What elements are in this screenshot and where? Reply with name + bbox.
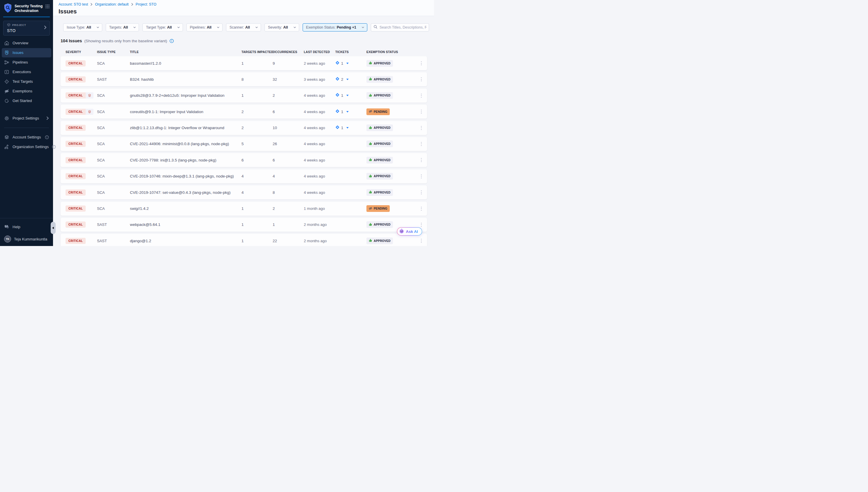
app-title: Security Testing Orchestration xyxy=(15,3,43,14)
sidebar-item-pipelines[interactable]: Pipelines xyxy=(2,58,51,67)
ticket-dropdown-caret[interactable] xyxy=(346,95,349,96)
row-menu-kebab[interactable] xyxy=(420,157,423,163)
row-menu-kebab[interactable] xyxy=(420,108,423,115)
filter-pipelines[interactable]: Pipelines:All xyxy=(186,23,222,31)
breadcrumb-link[interactable]: Organization: default xyxy=(95,2,128,6)
sidebar-item-project-settings[interactable]: Project Settings xyxy=(2,114,51,123)
exemption-status-badge: APPROVED xyxy=(366,173,393,179)
avatar: TK xyxy=(4,236,11,243)
jira-ticket-icon[interactable] xyxy=(335,93,340,98)
filter-target-type[interactable]: Target Type:All xyxy=(142,23,183,31)
sidebar-item-exemptions[interactable]: Exemptions xyxy=(2,87,51,96)
last-detected: 3 weeks ago xyxy=(304,77,335,82)
page-header: Account: STO testOrganization: defaultPr… xyxy=(53,0,434,16)
sidebar-divider xyxy=(4,128,49,128)
severity-badge: CRITICAL xyxy=(65,109,94,115)
help-button[interactable]: ? Help xyxy=(2,222,51,231)
row-menu-kebab[interactable] xyxy=(420,76,423,82)
row-menu-kebab[interactable] xyxy=(420,238,423,244)
issue-type: SAST xyxy=(97,239,130,243)
severity-badge: CRITICAL xyxy=(65,125,86,131)
table-row[interactable]: CRITICAL SAST django@1.2 1 22 2 months a… xyxy=(60,234,427,246)
targets-impacted: 1 xyxy=(241,222,273,227)
breadcrumb-link[interactable]: Project: STO xyxy=(136,2,156,6)
ask-ai-label: Ask AI xyxy=(406,229,418,234)
targets-impacted: 2 xyxy=(241,109,273,114)
ticket-dropdown-caret[interactable] xyxy=(346,111,349,113)
sidebar-item-test-targets[interactable]: Test Targets xyxy=(2,77,51,86)
table-row[interactable]: CRITICAL SCA swig//1.4.2 1 2 1 month ago… xyxy=(60,202,427,216)
app-switcher-grid-icon[interactable] xyxy=(46,4,50,9)
targets-impacted: 1 xyxy=(241,206,273,211)
baseline-note: (Showing results only from the baseline … xyxy=(84,39,167,43)
jira-ticket-icon[interactable] xyxy=(335,77,340,82)
filter-issue-type[interactable]: Issue Type:All xyxy=(63,23,102,31)
jira-ticket-icon[interactable] xyxy=(335,60,340,66)
ticket-dropdown-caret[interactable] xyxy=(346,63,349,64)
row-menu-kebab[interactable] xyxy=(420,205,423,212)
search-input[interactable] xyxy=(379,25,426,29)
table-row[interactable]: CRITICAL SAST webpack@5.64.1 1 1 2 month… xyxy=(60,218,427,232)
exemption-status-badge: APPROVED xyxy=(366,157,393,164)
row-menu-kebab[interactable] xyxy=(420,141,423,147)
jira-ticket-icon[interactable] xyxy=(335,125,340,130)
row-menu-kebab[interactable] xyxy=(420,189,423,196)
info-icon[interactable] xyxy=(169,39,174,43)
table-row[interactable]: CRITICAL SCA CVE-2021-44906: minimist@0.… xyxy=(60,137,427,151)
jira-ticket-icon[interactable] xyxy=(335,109,340,115)
sidebar-item-overview[interactable]: Overview xyxy=(2,39,51,48)
last-detected: 4 weeks ago xyxy=(304,109,335,114)
main-area: Account: STO testOrganization: defaultPr… xyxy=(53,0,434,246)
column-header: TARGETS IMPACTED xyxy=(241,50,273,54)
row-menu-kebab[interactable] xyxy=(420,222,423,228)
severity-badge: CRITICAL xyxy=(65,92,94,99)
row-menu-kebab[interactable] xyxy=(420,60,423,67)
sidebar-item-organization-settings[interactable]: Organization Settings xyxy=(2,142,51,152)
exemption-status-badge: APPROVED xyxy=(366,221,393,228)
issue-title: webpack@5.64.1 xyxy=(130,222,241,227)
table-row[interactable]: CRITICAL SCA CVE-2019-10746: mixin-deep@… xyxy=(60,169,427,183)
project-selector[interactable]: PROJECT STO xyxy=(3,21,50,35)
table-row[interactable]: CRITICAL SAST B324: hashlib 8 32 3 weeks… xyxy=(60,72,427,86)
table-row[interactable]: CRITICAL SCA zlib@1:1.2.13.dfsg-1: Integ… xyxy=(60,121,427,135)
table-row[interactable]: CRITICAL SCA gnutls28@3.7.9-2+deb12u5: I… xyxy=(60,89,427,103)
tickets-cell: 1 xyxy=(335,93,366,98)
tickets-cell: 1 xyxy=(335,60,366,66)
row-menu-kebab[interactable] xyxy=(420,92,423,99)
user-menu[interactable]: TK Teja Kummarikuntla xyxy=(2,236,51,243)
sidebar-item-issues[interactable]: Issues xyxy=(2,48,51,57)
issues-summary: 104 Issues (Showing results only from th… xyxy=(60,39,427,43)
table-row[interactable]: CRITICAL SCA coreutils@9.1-1: Improper I… xyxy=(60,105,427,119)
breadcrumb-link[interactable]: Account: STO test xyxy=(58,2,88,6)
search-box[interactable] xyxy=(371,23,429,31)
sidebar-item-account-settings[interactable]: Account Settings xyxy=(2,132,51,142)
sidebar-item-executions[interactable]: Executions xyxy=(2,67,51,77)
sidebar-item-get-started[interactable]: Get Started xyxy=(2,96,51,105)
targets-impacted: 4 xyxy=(241,190,273,195)
filter-exemption-status[interactable]: Exemption Status:Pending +1 xyxy=(303,23,367,31)
row-menu-kebab[interactable] xyxy=(420,173,423,179)
targets-impacted: 1 xyxy=(241,93,273,98)
sidebar-collapse-handle[interactable] xyxy=(51,222,56,234)
occurrences: 6 xyxy=(273,109,304,114)
filter-scanner[interactable]: Scanner:All xyxy=(226,23,261,31)
filter-targets[interactable]: Targets:All xyxy=(106,23,139,31)
filter-severity[interactable]: Severity:All xyxy=(264,23,299,31)
row-menu-kebab[interactable] xyxy=(420,125,423,131)
table-row[interactable]: CRITICAL SCA CVE-2020-7788: ini@1.3.5 (l… xyxy=(60,153,427,167)
thumbs-up-icon xyxy=(369,223,372,227)
ticket-dropdown-caret[interactable] xyxy=(346,127,349,128)
chevron-down-icon xyxy=(362,26,364,29)
table-row[interactable]: CRITICAL SCA bassmaster//1.2.0 1 9 2 wee… xyxy=(60,56,427,70)
severity-badge: CRITICAL xyxy=(65,60,86,67)
ticket-dropdown-caret[interactable] xyxy=(346,79,349,80)
ask-ai-button[interactable]: Ask AI xyxy=(397,227,422,236)
issue-type: SCA xyxy=(97,142,130,146)
last-detected: 4 weeks ago xyxy=(304,93,335,98)
table-row[interactable]: CRITICAL SCA CVE-2019-10747: set-value@0… xyxy=(60,186,427,199)
thumbs-up-icon xyxy=(369,94,372,98)
eye-off-icon xyxy=(369,207,372,211)
issues-table: CRITICAL SCA bassmaster//1.2.0 1 9 2 wee… xyxy=(60,56,427,246)
occurrences: 22 xyxy=(273,239,304,243)
issue-title: CVE-2019-10747: set-value@0.4.3 (lang-pk… xyxy=(130,190,241,195)
